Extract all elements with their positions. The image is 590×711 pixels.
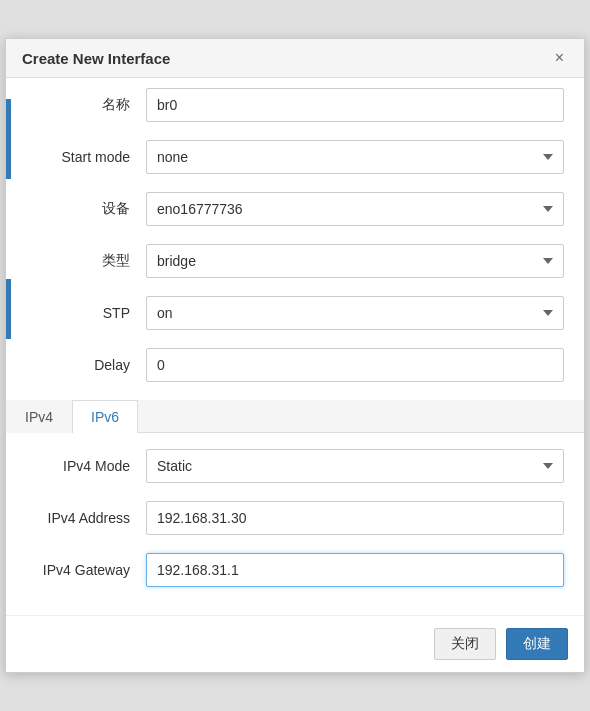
tab-ipv6[interactable]: IPv6 bbox=[72, 400, 138, 433]
dialog-title: Create New Interface bbox=[22, 50, 170, 67]
ipv4-tab-content: IPv4 Mode Static DHCP None IPv4 Address … bbox=[6, 433, 584, 615]
close-icon-button[interactable]: × bbox=[551, 49, 568, 67]
tab-ipv4[interactable]: IPv4 bbox=[6, 400, 72, 433]
delay-input[interactable] bbox=[146, 348, 564, 382]
dialog-footer: 关闭 创建 bbox=[6, 615, 584, 672]
ipv4-address-input[interactable] bbox=[146, 501, 564, 535]
ipv4-mode-select[interactable]: Static DHCP None bbox=[146, 449, 564, 483]
start-mode-label: Start mode bbox=[26, 149, 146, 165]
device-label: 设备 bbox=[26, 200, 146, 218]
ipv4-mode-row: IPv4 Mode Static DHCP None bbox=[26, 449, 564, 483]
ipv4-gateway-input[interactable] bbox=[146, 553, 564, 587]
left-accent-2 bbox=[6, 279, 11, 339]
delay-row: Delay bbox=[26, 348, 564, 382]
device-row: 设备 eno16777736 bbox=[26, 192, 564, 226]
left-accent-1 bbox=[6, 99, 11, 179]
ipv4-address-label: IPv4 Address bbox=[26, 510, 146, 526]
type-row: 类型 bridge ethernet vlan bbox=[26, 244, 564, 278]
dialog-header: Create New Interface × bbox=[6, 39, 584, 78]
stp-select[interactable]: on off bbox=[146, 296, 564, 330]
ipv4-address-row: IPv4 Address bbox=[26, 501, 564, 535]
ipv4-gateway-label: IPv4 Gateway bbox=[26, 562, 146, 578]
name-label: 名称 bbox=[26, 96, 146, 114]
delay-label: Delay bbox=[26, 357, 146, 373]
tabs-bar: IPv4 IPv6 bbox=[6, 400, 584, 433]
start-mode-row: Start mode none hotplug auto bbox=[26, 140, 564, 174]
start-mode-select[interactable]: none hotplug auto bbox=[146, 140, 564, 174]
name-input[interactable] bbox=[146, 88, 564, 122]
close-button[interactable]: 关闭 bbox=[434, 628, 496, 660]
main-form: 名称 Start mode none hotplug auto 设备 eno16… bbox=[6, 88, 584, 382]
device-select[interactable]: eno16777736 bbox=[146, 192, 564, 226]
ipv4-gateway-row: IPv4 Gateway bbox=[26, 553, 564, 587]
stp-label: STP bbox=[26, 305, 146, 321]
create-button[interactable]: 创建 bbox=[506, 628, 568, 660]
ipv4-mode-label: IPv4 Mode bbox=[26, 458, 146, 474]
create-interface-dialog: Create New Interface × 名称 Start mode non… bbox=[5, 38, 585, 673]
stp-row: STP on off bbox=[26, 296, 564, 330]
name-row: 名称 bbox=[26, 88, 564, 122]
type-label: 类型 bbox=[26, 252, 146, 270]
type-select[interactable]: bridge ethernet vlan bbox=[146, 244, 564, 278]
dialog-body: 名称 Start mode none hotplug auto 设备 eno16… bbox=[6, 78, 584, 615]
